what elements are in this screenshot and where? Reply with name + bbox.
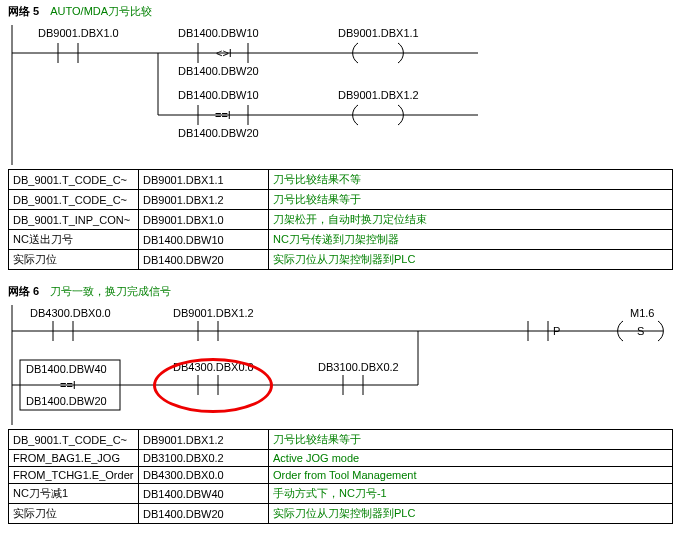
table-cell: DB1400.DBW20 xyxy=(139,504,269,524)
n5-cmp2-op: ==I xyxy=(215,109,231,121)
network-5-header: 网络 5 AUTO/MDA刀号比较 xyxy=(8,2,673,21)
network-6-ladder: DB4300.DBX0.0 DB9001.DBX1.2 P M1.6 S DB1… xyxy=(8,305,673,425)
table-row: 实际刀位DB1400.DBW20实际刀位从刀架控制器到PLC xyxy=(9,250,673,270)
table-cell: 实际刀位从刀架控制器到PLC xyxy=(269,250,673,270)
n6-cmp-top: DB1400.DBW40 xyxy=(26,363,107,375)
n6-contact-3-label: DB4300.DBX0.0 xyxy=(173,361,254,373)
n5-cmp2-top: DB1400.DBW10 xyxy=(178,89,259,101)
table-cell: 手动方式下，NC刀号-1 xyxy=(269,484,673,504)
table-cell: DB3100.DBX0.2 xyxy=(139,450,269,467)
network-5: 网络 5 AUTO/MDA刀号比较 DB9001.DBX1.0 DB1400.D… xyxy=(0,0,681,276)
network-5-title: AUTO/MDA刀号比较 xyxy=(50,5,152,17)
table-row: DB_9001.T_CODE_C~DB9001.DBX1.2刀号比较结果等于 xyxy=(9,190,673,210)
table-cell: DB_9001.T_CODE_C~ xyxy=(9,190,139,210)
table-cell: DB_9001.T_INP_CON~ xyxy=(9,210,139,230)
n6-contact-4-label: DB3100.DBX0.2 xyxy=(318,361,399,373)
table-cell: DB9001.DBX1.1 xyxy=(139,170,269,190)
table-cell: DB9001.DBX1.2 xyxy=(139,430,269,450)
table-cell: NC送出刀号 xyxy=(9,230,139,250)
n6-cmp-op: ==I xyxy=(60,379,76,391)
table-cell: DB1400.DBW10 xyxy=(139,230,269,250)
table-cell: 刀号比较结果等于 xyxy=(269,430,673,450)
table-cell: 实际刀位从刀架控制器到PLC xyxy=(269,504,673,524)
table-row: NC刀号减1DB1400.DBW40手动方式下，NC刀号-1 xyxy=(9,484,673,504)
table-row: DB_9001.T_CODE_C~DB9001.DBX1.1刀号比较结果不等 xyxy=(9,170,673,190)
n6-p-label: P xyxy=(553,325,560,337)
n6-s-label: S xyxy=(637,325,644,337)
network-6-header: 网络 6 刀号一致，换刀完成信号 xyxy=(8,282,673,301)
table-cell: 实际刀位 xyxy=(9,504,139,524)
table-cell: NC刀号传递到刀架控制器 xyxy=(269,230,673,250)
network-5-table: DB_9001.T_CODE_C~DB9001.DBX1.1刀号比较结果不等DB… xyxy=(8,169,673,270)
network-6-title: 刀号一致，换刀完成信号 xyxy=(50,285,171,297)
table-cell: 刀号比较结果等于 xyxy=(269,190,673,210)
network-6-number: 网络 6 xyxy=(8,285,39,297)
n5-cmp1-bot: DB1400.DBW20 xyxy=(178,65,259,77)
table-cell: 刀架松开，自动时换刀定位结束 xyxy=(269,210,673,230)
n6-contact-1-label: DB4300.DBX0.0 xyxy=(30,307,111,319)
table-cell: Active JOG mode xyxy=(269,450,673,467)
n6-cmp-bot: DB1400.DBW20 xyxy=(26,395,107,407)
network-6-table: DB_9001.T_CODE_C~DB9001.DBX1.2刀号比较结果等于FR… xyxy=(8,429,673,524)
table-row: FROM_BAG1.E_JOGDB3100.DBX0.2Active JOG m… xyxy=(9,450,673,467)
table-cell: DB_9001.T_CODE_C~ xyxy=(9,430,139,450)
n5-cmp1-top: DB1400.DBW10 xyxy=(178,27,259,39)
table-row: NC送出刀号DB1400.DBW10NC刀号传递到刀架控制器 xyxy=(9,230,673,250)
table-cell: 实际刀位 xyxy=(9,250,139,270)
n5-coil2-label: DB9001.DBX1.2 xyxy=(338,89,419,101)
table-row: DB_9001.T_INP_CON~DB9001.DBX1.0刀架松开，自动时换… xyxy=(9,210,673,230)
network-6: 网络 6 刀号一致，换刀完成信号 DB4300.DBX0.0 DB9001.DB… xyxy=(0,280,681,530)
n6-contact-2-label: DB9001.DBX1.2 xyxy=(173,307,254,319)
table-cell: DB1400.DBW40 xyxy=(139,484,269,504)
table-cell: DB9001.DBX1.0 xyxy=(139,210,269,230)
table-cell: FROM_BAG1.E_JOG xyxy=(9,450,139,467)
table-cell: Order from Tool Management xyxy=(269,467,673,484)
table-row: DB_9001.T_CODE_C~DB9001.DBX1.2刀号比较结果等于 xyxy=(9,430,673,450)
table-row: FROM_TCHG1.E_OrderDB4300.DBX0.0Order fro… xyxy=(9,467,673,484)
network-5-ladder: DB9001.DBX1.0 DB1400.DBW10 <>I DB1400.DB… xyxy=(8,25,673,165)
table-cell: DB9001.DBX1.2 xyxy=(139,190,269,210)
table-row: 实际刀位DB1400.DBW20实际刀位从刀架控制器到PLC xyxy=(9,504,673,524)
n5-contact-1-label: DB9001.DBX1.0 xyxy=(38,27,119,39)
n5-coil1-label: DB9001.DBX1.1 xyxy=(338,27,419,39)
table-cell: DB4300.DBX0.0 xyxy=(139,467,269,484)
network-5-number: 网络 5 xyxy=(8,5,39,17)
table-cell: 刀号比较结果不等 xyxy=(269,170,673,190)
n5-cmp1-op: <>I xyxy=(216,47,232,59)
table-cell: FROM_TCHG1.E_Order xyxy=(9,467,139,484)
n5-cmp2-bot: DB1400.DBW20 xyxy=(178,127,259,139)
table-cell: DB1400.DBW20 xyxy=(139,250,269,270)
n6-coil-label: M1.6 xyxy=(630,307,654,319)
table-cell: DB_9001.T_CODE_C~ xyxy=(9,170,139,190)
table-cell: NC刀号减1 xyxy=(9,484,139,504)
